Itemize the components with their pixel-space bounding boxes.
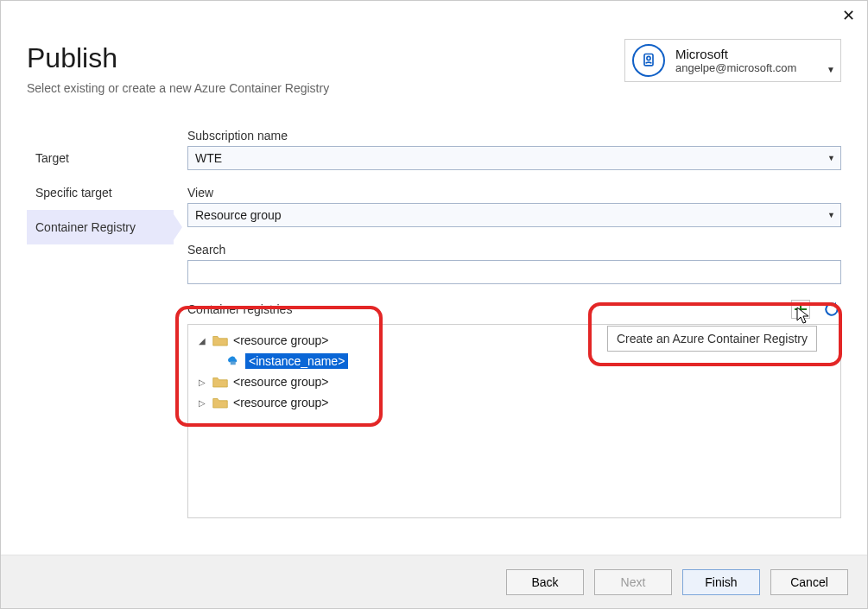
expander-closed-icon[interactable]: ▷ xyxy=(197,398,207,408)
cancel-button[interactable]: Cancel xyxy=(770,569,848,595)
expander-open-icon[interactable]: ◢ xyxy=(197,336,207,346)
subscription-value: WTE xyxy=(195,151,222,165)
search-label: Search xyxy=(187,243,841,257)
refresh-button[interactable] xyxy=(822,300,841,319)
account-text: Microsoft angelpe@microsoft.com xyxy=(675,47,796,74)
subscription-select[interactable]: WTE ▼ xyxy=(187,146,841,170)
registries-label: Container registries xyxy=(187,302,292,316)
create-registry-tooltip: Create an Azure Container Registry xyxy=(607,326,817,352)
publish-dialog: ✕ Publish Select existing or create a ne… xyxy=(0,0,868,609)
account-email: angelpe@microsoft.com xyxy=(675,61,796,74)
folder-icon xyxy=(212,396,228,409)
svg-rect-2 xyxy=(231,361,236,365)
page-subtitle: Select existing or create a new Azure Co… xyxy=(27,81,329,95)
finish-button[interactable]: Finish xyxy=(682,569,760,595)
view-select[interactable]: Resource group ▼ xyxy=(187,203,841,227)
folder-icon xyxy=(212,376,228,388)
step-specific-target[interactable]: Specific target xyxy=(27,175,174,210)
add-registry-button[interactable] xyxy=(791,300,810,319)
next-button: Next xyxy=(594,569,672,595)
tree-label: <resource group> xyxy=(233,396,329,409)
registries-section: Container registries ◢ xyxy=(187,300,841,518)
view-value: Resource group xyxy=(195,208,282,222)
tree-label: <instance_name> xyxy=(245,353,348,369)
subscription-label: Subscription name xyxy=(187,129,841,143)
search-input[interactable] xyxy=(187,260,841,284)
tree-row[interactable]: <instance_name> xyxy=(192,351,837,371)
registries-tree[interactable]: ◢ <resource group> <instance_name> ▷ xyxy=(187,324,841,518)
chevron-down-icon: ▼ xyxy=(827,211,835,219)
folder-icon xyxy=(212,334,228,346)
back-button[interactable]: Back xyxy=(506,569,584,595)
account-org: Microsoft xyxy=(675,47,796,61)
account-picker[interactable]: Microsoft angelpe@microsoft.com ▼ xyxy=(624,39,841,82)
tree-label: <resource group> xyxy=(233,375,329,389)
expander-closed-icon[interactable]: ▷ xyxy=(197,377,207,387)
header: Publish Select existing or create a new … xyxy=(27,42,329,95)
refresh-icon xyxy=(823,301,840,318)
close-icon[interactable]: ✕ xyxy=(842,8,855,23)
form-area: Subscription name WTE ▼ View Resource gr… xyxy=(187,129,841,518)
page-title: Publish xyxy=(27,42,329,74)
chevron-down-icon: ▼ xyxy=(827,154,835,162)
tree-row[interactable]: ▷ <resource group> xyxy=(192,392,837,413)
view-label: View xyxy=(187,186,841,200)
footer-bar: Back Next Finish Cancel xyxy=(1,555,867,608)
svg-point-1 xyxy=(647,56,650,60)
cloud-registry-icon xyxy=(225,354,240,369)
step-target[interactable]: Target xyxy=(27,141,174,175)
step-container-registry[interactable]: Container Registry xyxy=(27,210,174,244)
tree-label: <resource group> xyxy=(233,333,329,347)
wizard-steps: Target Specific target Container Registr… xyxy=(27,141,174,244)
tree-row[interactable]: ▷ <resource group> xyxy=(192,371,837,392)
chevron-down-icon: ▼ xyxy=(827,65,835,78)
badge-icon xyxy=(632,44,665,77)
